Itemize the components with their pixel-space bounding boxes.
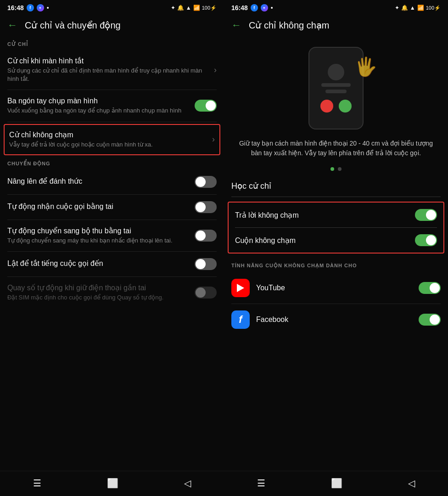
toggle-knob-ldt: [196, 259, 206, 269]
signal-icon: 📶: [193, 5, 200, 11]
setting-title-tdc: Tự động chuyển sang bộ thu bằng tai: [7, 226, 190, 235]
decline-btn: [320, 100, 333, 113]
toggle-lat-de-tat[interactable]: [195, 258, 217, 270]
nav-menu-left[interactable]: ☰: [33, 478, 41, 489]
toggle-knob-nl: [196, 177, 206, 187]
facebook-icon: f: [231, 310, 250, 329]
battery-icon-r: 100⚡: [426, 5, 441, 11]
nav-home-right[interactable]: ⬜: [331, 478, 342, 489]
hand-wave-icon: 🖐: [354, 56, 377, 78]
caller-name-line: [321, 83, 351, 87]
wifi-icon-r: ▲: [410, 5, 415, 11]
messenger-status-icon: ✦: [37, 4, 44, 11]
vibrate-icon-r: 🔔: [401, 5, 408, 11]
toggle-tu-dong-chuyen[interactable]: [195, 230, 217, 242]
toggle-knob-youtube: [430, 283, 440, 293]
messenger-status-icon-right: ✦: [261, 4, 268, 11]
setting-right-tdn[interactable]: [195, 201, 217, 213]
facebook-label: Facebook: [256, 316, 412, 324]
setting-item-nang-len[interactable]: Nâng lên để đánh thức: [0, 169, 224, 194]
toggle-youtube[interactable]: [419, 282, 441, 294]
setting-content-tdc: Tự động chuyển sang bộ thu bằng tai Tự đ…: [7, 226, 190, 245]
gesture-description: Giữ tay bạn cách màn hình điện thoại 20 …: [224, 134, 448, 163]
app-item-facebook[interactable]: f Facebook: [224, 304, 448, 335]
toggle-knob-facebook: [430, 315, 440, 325]
toggle-knob-2: [206, 101, 216, 111]
toggle-cuon[interactable]: [415, 234, 437, 246]
illustration-wrapper: 🖐: [308, 47, 364, 130]
app-item-youtube[interactable]: YouTube: [224, 272, 448, 304]
setting-right-2[interactable]: [195, 100, 217, 112]
toggle-tu-dong-nhan[interactable]: [195, 201, 217, 213]
status-left: 16:48 f ✦ •: [7, 4, 49, 11]
caller-sub-line: [325, 90, 347, 93]
dot-1[interactable]: [330, 167, 334, 171]
setting-sub-tdc: Tự động chuyển sang máy thu khi bạn nhấc…: [7, 237, 190, 245]
bluetooth-icon-r: ✦: [395, 5, 399, 11]
setting-sub-3: Vẫy tay để trả lời cuộc gọi hoặc cuộn mà…: [9, 141, 207, 149]
nav-back-right[interactable]: ◁: [408, 478, 415, 489]
toggle-knob-cuon: [426, 235, 436, 245]
setting-right-tdc[interactable]: [195, 230, 217, 242]
setting-item-ba-ngon-tay[interactable]: Ba ngón tay chụp màn hình Vuốt xuống bằn…: [0, 90, 224, 121]
battery-icon: 100⚡: [202, 5, 217, 11]
accept-btn: [339, 100, 352, 113]
toggle-quay-so: [195, 287, 217, 299]
youtube-play-triangle: [237, 284, 244, 292]
header-left: ← Cử chỉ và chuyển động: [0, 15, 224, 38]
setting-content-ldt: Lật để tắt tiếng cuộc gọi đến: [7, 259, 190, 269]
time-left: 16:48: [7, 4, 24, 11]
facebook-status-icon: f: [27, 4, 34, 11]
header-right: ← Cử chỉ không chạm: [224, 15, 448, 38]
setting-sub-2: Vuốt xuống bằng ba ngón tay để chụp ảnh …: [7, 107, 190, 115]
setting-item-quay-so: Quay số tự động khi giữ điện thoại gần t…: [0, 277, 224, 308]
toggle-ba-ngon-tay[interactable]: [195, 100, 217, 112]
nav-menu-right[interactable]: ☰: [257, 478, 265, 489]
bluetooth-icon: ✦: [171, 5, 175, 11]
setting-item-cu-chi-khong-cham[interactable]: Cử chỉ không chạm Vẫy tay để trả lời cuộ…: [5, 125, 219, 154]
nav-bar-right: ☰ ⬜ ◁: [224, 471, 448, 496]
toggle-facebook[interactable]: [419, 314, 441, 326]
setting-right-3: ›: [212, 135, 215, 144]
setting-title-tdn: Tự động nhận cuộc gọi bằng tai: [7, 202, 190, 211]
left-panel: 16:48 f ✦ • ✦ 🔔 ▲ 📶 100⚡ ← Cử chỉ và chu…: [0, 0, 224, 496]
learn-gesture-label[interactable]: Học cử chỉ: [224, 178, 448, 197]
setting-sub-1: Sử dụng các cử chỉ đã chỉ định trên màn …: [7, 67, 209, 83]
nav-home-left[interactable]: ⬜: [107, 478, 118, 489]
vibrate-icon: 🔔: [177, 5, 184, 11]
toggle-nang-len[interactable]: [195, 176, 217, 188]
back-button-left[interactable]: ←: [7, 19, 17, 31]
setting-content-2: Ba ngón tay chụp màn hình Vuốt xuống bằn…: [7, 96, 190, 115]
dot-2[interactable]: [338, 167, 342, 171]
youtube-icon: [231, 279, 250, 297]
toggle-knob-qs: [196, 287, 206, 298]
setting-item-lat-de-tat[interactable]: Lật để tắt tiếng cuộc gọi đến: [0, 252, 224, 276]
setting-content-1: Cử chỉ khi màn hình tắt Sử dụng các cử c…: [7, 56, 209, 83]
chevron-icon-3: ›: [212, 135, 215, 144]
gesture-toggles-box: Trả lời không chạm Cuộn không chạm: [228, 202, 444, 254]
setting-item-tu-dong-nhan[interactable]: Tự động nhận cuộc gọi bằng tai: [0, 195, 224, 220]
toggle-knob-tra-loi: [426, 210, 436, 220]
caller-avatar: [328, 64, 344, 80]
phone-illustration: 🖐: [224, 38, 448, 134]
setting-right-nl[interactable]: [195, 176, 217, 188]
setting-title-3: Cử chỉ không chạm: [9, 130, 207, 139]
setting-right-ldt[interactable]: [195, 258, 217, 270]
page-title-right: Cử chỉ không chạm: [249, 20, 330, 31]
section-divider-1: [231, 197, 441, 197]
toggle-item-tra-loi[interactable]: Trả lời không chạm: [229, 203, 443, 227]
setting-item-tu-dong-chuyen[interactable]: Tự động chuyển sang bộ thu bằng tai Tự đ…: [0, 220, 224, 251]
setting-content-tdn: Tự động nhận cuộc gọi bằng tai: [7, 202, 190, 212]
section-label-cuchi: CỬ CHỈ: [0, 38, 224, 50]
nav-back-left[interactable]: ◁: [184, 478, 191, 489]
toggle-title-cuon: Cuộn không chạm: [235, 236, 415, 245]
section-label-chuyendong: CHUYỂN ĐỘNG: [0, 157, 224, 169]
time-right: 16:48: [231, 4, 248, 11]
toggle-tra-loi[interactable]: [415, 209, 437, 221]
setting-item-man-hinh-tat[interactable]: Cử chỉ khi màn hình tắt Sử dụng các cử c…: [0, 50, 224, 90]
setting-title-nl: Nâng lên để đánh thức: [7, 177, 190, 186]
facebook-status-icon-right: f: [251, 4, 258, 11]
status-left-right: 16:48 f ✦ •: [231, 4, 273, 11]
back-button-right[interactable]: ←: [231, 19, 241, 31]
toggle-item-cuon[interactable]: Cuộn không chạm: [229, 228, 443, 253]
